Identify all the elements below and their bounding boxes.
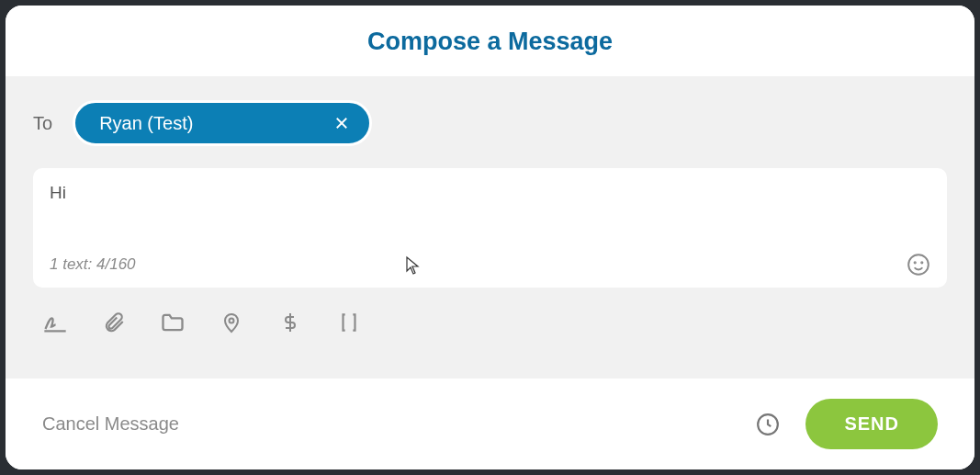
svg-point-6 <box>230 319 234 323</box>
attachment-icon[interactable] <box>101 310 127 335</box>
payment-icon[interactable] <box>277 310 303 335</box>
remove-recipient-icon[interactable] <box>331 112 353 134</box>
signature-icon[interactable] <box>42 310 68 335</box>
recipient-chip[interactable]: Ryan (Test) <box>73 100 372 146</box>
message-toolbar <box>33 310 947 335</box>
modal-header: Compose a Message <box>6 6 974 76</box>
send-button[interactable]: SEND <box>805 399 938 449</box>
cancel-button[interactable]: Cancel Message <box>42 413 179 435</box>
compose-message-modal: Compose a Message To Ryan (Test) Hi 1 te… <box>6 6 974 469</box>
modal-footer: Cancel Message SEND <box>6 379 974 469</box>
footer-actions: SEND <box>756 399 938 449</box>
to-label: To <box>33 113 52 134</box>
emoji-icon[interactable] <box>907 253 930 277</box>
recipient-row: To Ryan (Test) <box>33 100 947 146</box>
recipient-name: Ryan (Test) <box>99 113 193 134</box>
character-counter: 1 text: 4/160 <box>50 255 136 274</box>
svg-point-4 <box>921 262 922 263</box>
message-textarea[interactable]: Hi <box>50 183 930 238</box>
modal-title: Compose a Message <box>6 28 974 56</box>
location-icon[interactable] <box>219 310 244 335</box>
message-box-footer: 1 text: 4/160 <box>50 253 930 277</box>
svg-point-2 <box>908 254 929 275</box>
modal-body: To Ryan (Test) Hi 1 text: 4/160 <box>6 76 974 379</box>
template-icon[interactable] <box>336 310 362 335</box>
svg-point-3 <box>915 262 916 263</box>
schedule-icon[interactable] <box>756 413 780 436</box>
message-box: Hi 1 text: 4/160 <box>33 168 947 288</box>
folder-icon[interactable] <box>160 310 186 335</box>
